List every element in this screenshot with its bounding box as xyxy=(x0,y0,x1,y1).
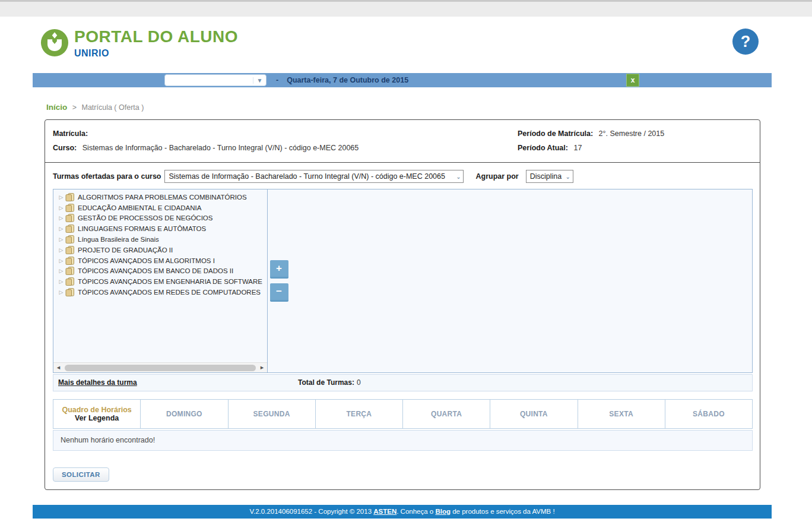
ver-legenda-link[interactable]: Ver Legenda xyxy=(75,414,119,422)
breadcrumb: Início > Matrícula ( Oferta ) xyxy=(33,87,772,119)
tree-item-label: TÓPICOS AVANÇADOS EM ALGORITMOS I xyxy=(78,257,215,264)
expand-arrow-icon[interactable]: ▷ xyxy=(57,205,65,211)
turmas-ofertadas-label: Turmas ofertadas para o curso xyxy=(53,172,161,181)
schedule-empty-message: Nenhum horário encontrado! xyxy=(53,430,753,451)
course-select-value: Sistemas de Informação - Bacharelado - T… xyxy=(165,172,453,181)
transfer-buttons-column: + − xyxy=(268,189,290,373)
chevron-down-icon: ▼ xyxy=(253,77,266,84)
breadcrumb-separator: > xyxy=(72,103,77,112)
horizontal-scrollbar[interactable]: ◂ ▸ xyxy=(53,362,267,372)
filters-row: Turmas ofertadas para o curso Sistemas d… xyxy=(45,163,760,188)
day-header-cell: SÁBADO xyxy=(665,400,752,428)
folder-icon xyxy=(65,257,75,265)
scroll-left-icon[interactable]: ◂ xyxy=(53,363,64,373)
expand-arrow-icon[interactable]: ▷ xyxy=(57,236,65,242)
page-subtitle: UNIRIO xyxy=(74,48,238,59)
periodo-matricula-value: 2°. Semestre / 2015 xyxy=(599,129,665,138)
tree-item[interactable]: ▷ GESTÃO DE PROCESSOS DE NEGÓCIOS xyxy=(57,213,267,224)
footer-end: de produtos e serviços da AVMB ! xyxy=(451,508,555,515)
context-select[interactable]: ▼ xyxy=(164,74,267,86)
tree-item-label: TÓPICOS AVANÇADOS EM BANCO DE DADOS II xyxy=(78,267,233,274)
day-header-cell: QUARTA xyxy=(403,400,490,428)
main-panel: Matrícula: Curso: Sistemas de Informação… xyxy=(45,119,760,490)
tree-item[interactable]: ▷ TÓPICOS AVANÇADOS EM ALGORITMOS I xyxy=(57,255,267,266)
total-turmas-label: Total de Turmas: xyxy=(298,378,354,387)
day-label: SEXTA xyxy=(609,410,633,418)
page-card: PORTAL DO ALUNO UNIRIO ? ▼ -Quarta-feira… xyxy=(33,17,772,519)
tree-item[interactable]: ▷ EDUCAÇÃO AMBIENTAL E CIDADANIA xyxy=(57,203,267,213)
day-label: DOMINGO xyxy=(166,410,202,418)
folder-icon xyxy=(65,214,75,222)
periodo-atual-value: 17 xyxy=(573,144,582,152)
footer: V.2.0.201406091652 - Copyright © 2013 AS… xyxy=(33,505,772,519)
asten-link[interactable]: ASTEN xyxy=(373,508,397,515)
tree-item[interactable]: ▷ TÓPICOS AVANÇADOS EM BANCO DE DADOS II xyxy=(57,266,267,277)
folder-icon xyxy=(65,235,75,244)
title-block: PORTAL DO ALUNO UNIRIO xyxy=(74,27,238,59)
folder-icon xyxy=(65,204,75,212)
matricula-label: Matrícula: xyxy=(53,129,88,138)
unirio-logo-icon xyxy=(40,29,69,57)
chevron-down-icon: ⌄ xyxy=(563,173,573,180)
day-label: TERÇA xyxy=(346,410,372,418)
remove-course-button[interactable]: − xyxy=(270,283,288,302)
expand-arrow-icon[interactable]: ▷ xyxy=(57,289,65,295)
tree-item-label: GESTÃO DE PROCESSOS DE NEGÓCIOS xyxy=(78,214,213,222)
scrollbar-thumb[interactable] xyxy=(65,365,256,371)
folder-icon xyxy=(65,246,75,254)
expand-arrow-icon[interactable]: ▷ xyxy=(57,215,65,221)
blog-link[interactable]: Blog xyxy=(435,508,451,515)
day-label: SEGUNDA xyxy=(253,410,290,418)
expand-arrow-icon[interactable]: ▷ xyxy=(57,194,65,200)
day-header-cell: SEGUNDA xyxy=(229,400,316,428)
folder-icon xyxy=(65,193,75,201)
folder-icon xyxy=(65,288,75,296)
day-label: QUARTA xyxy=(431,410,462,418)
tree-region: ▷ ALGORITMOS PARA PROBLEMAS COMBINATÓRIO… xyxy=(53,189,753,373)
course-select[interactable]: Sistemas de Informação - Bacharelado - T… xyxy=(164,170,464,183)
expand-arrow-icon[interactable]: ▷ xyxy=(57,279,65,285)
summary-row: Mais detalhes da turma Total de Turmas:0 xyxy=(53,374,753,391)
page-title: PORTAL DO ALUNO xyxy=(74,27,238,46)
day-label: SÁBADO xyxy=(693,410,725,418)
tree-item[interactable]: ▷ Língua Brasileira de Sinais xyxy=(57,234,267,245)
agrupar-por-label: Agrupar por xyxy=(475,172,518,181)
periodo-matricula-label: Período de Matrícula: xyxy=(518,129,593,138)
tree-item-label: PROJETO DE GRADUAÇÃO II xyxy=(78,246,173,254)
day-header-cell: DOMINGO xyxy=(141,400,228,428)
close-icon[interactable]: x xyxy=(626,74,639,87)
curso-label: Curso: xyxy=(53,144,77,152)
expand-arrow-icon[interactable]: ▷ xyxy=(57,268,65,274)
group-by-select[interactable]: Disciplina ⌄ xyxy=(526,170,573,183)
info-left-column: Matrícula: Curso: Sistemas de Informação… xyxy=(53,127,518,155)
tree-item-label: TÓPICOS AVANÇADOS EM REDES DE COMPUTADOR… xyxy=(78,289,261,296)
scroll-right-icon[interactable]: ▸ xyxy=(257,363,267,373)
date-display: -Quarta-feira, 7 de Outubro de 2015 xyxy=(276,73,408,87)
tree-item[interactable]: ▷ LINGUAGENS FORMAIS E AUTÔMATOS xyxy=(57,223,267,234)
chevron-down-icon: ⌄ xyxy=(453,173,463,180)
class-details-link[interactable]: Mais detalhes da turma xyxy=(58,378,137,387)
day-label: QUINTA xyxy=(520,410,548,418)
periodo-matricula-row: Período de Matrícula: 2°. Semestre / 201… xyxy=(518,127,750,141)
footer-middle: . Conheça o xyxy=(397,508,435,515)
day-header-cell: QUINTA xyxy=(490,400,578,428)
add-course-button[interactable]: + xyxy=(270,260,288,279)
tree-item[interactable]: ▷ TÓPICOS AVANÇADOS EM REDES DE COMPUTAD… xyxy=(57,287,267,298)
tree-item[interactable]: ▷ TÓPICOS AVANÇADOS EM ENGENHARIA DE SOF… xyxy=(57,276,267,287)
breadcrumb-home-link[interactable]: Início xyxy=(46,103,67,112)
expand-arrow-icon[interactable]: ▷ xyxy=(57,258,65,264)
header: PORTAL DO ALUNO UNIRIO ? xyxy=(33,17,772,73)
expand-arrow-icon[interactable]: ▷ xyxy=(57,226,65,232)
solicitar-button[interactable]: SOLICITAR xyxy=(53,467,109,482)
schedule-header-table: Quadro de Horários Ver Legenda DOMINGO S… xyxy=(53,399,753,429)
tree-item-label: Língua Brasileira de Sinais xyxy=(78,236,159,243)
course-tree: ▷ ALGORITMOS PARA PROBLEMAS COMBINATÓRIO… xyxy=(53,189,267,298)
day-header-cell: SEXTA xyxy=(578,400,665,428)
tree-item[interactable]: ▷ ALGORITMOS PARA PROBLEMAS COMBINATÓRIO… xyxy=(57,192,267,203)
expand-arrow-icon[interactable]: ▷ xyxy=(57,247,65,253)
total-turmas: Total de Turmas:0 xyxy=(298,378,361,387)
help-icon[interactable]: ? xyxy=(732,29,759,55)
enrollment-info-section: Matrícula: Curso: Sistemas de Informação… xyxy=(45,120,760,163)
date-dash: - xyxy=(276,76,278,84)
tree-item[interactable]: ▷ PROJETO DE GRADUAÇÃO II xyxy=(57,245,267,255)
